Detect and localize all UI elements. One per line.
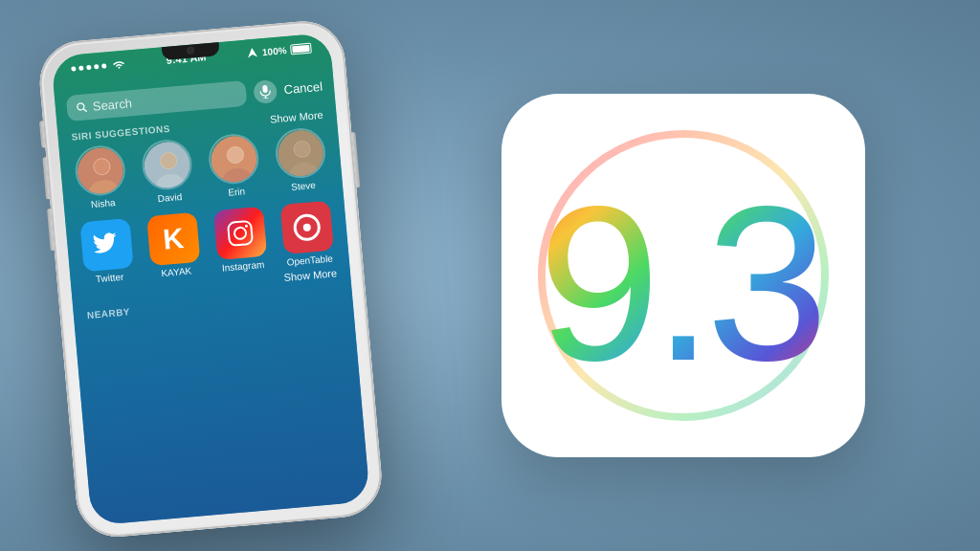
battery-fill — [292, 44, 310, 53]
svg-line-4 — [84, 109, 87, 112]
wifi-icon — [112, 59, 126, 70]
signal-dot-2 — [78, 65, 83, 70]
status-battery: 100% — [247, 42, 312, 59]
search-placeholder: Search — [92, 96, 132, 114]
app-twitter[interactable]: Twitter — [79, 218, 135, 285]
app-instagram[interactable]: Instagram — [213, 207, 269, 274]
nearby-label: NEARBY — [86, 306, 130, 320]
battery-percent: 100% — [261, 44, 286, 56]
instagram-label: Instagram — [221, 259, 264, 274]
twitter-icon — [79, 218, 133, 272]
contact-nisha[interactable]: Nisha — [74, 143, 129, 210]
volume-up-button — [42, 157, 50, 199]
svg-marker-2 — [248, 48, 258, 58]
svg-point-25 — [234, 227, 247, 239]
erin-avatar-img — [209, 134, 260, 187]
mute-button — [39, 121, 45, 147]
mic-icon — [258, 84, 271, 99]
mic-button[interactable] — [253, 79, 278, 104]
version-svg: 9.3 — [521, 122, 846, 429]
contact-erin[interactable]: Erin — [207, 132, 262, 199]
power-button — [351, 132, 360, 187]
signal-dot-5 — [101, 63, 106, 68]
scene: 9.3 — [0, 0, 980, 551]
contact-erin-name: Erin — [228, 186, 246, 198]
opentable-label: OpenTable — [286, 253, 333, 268]
svg-rect-5 — [262, 84, 268, 92]
signal-dot-3 — [86, 64, 91, 69]
ios-badge: 9.3 — [501, 94, 865, 457]
app-opentable[interactable]: OpenTable — [280, 201, 336, 268]
contact-steve[interactable]: Steve — [274, 126, 329, 193]
kayak-label: KAYAK — [161, 265, 192, 278]
location-icon — [247, 47, 259, 59]
contact-david-name: David — [157, 191, 182, 204]
volume-down-button — [47, 209, 55, 251]
steve-avatar-img — [276, 128, 327, 181]
kayak-k-letter: K — [162, 222, 186, 256]
screen-content: 9:41 AM 100% — [51, 33, 370, 526]
instagram-icon — [213, 207, 267, 260]
avatar-nisha — [74, 143, 127, 197]
contact-nisha-name: Nisha — [91, 197, 116, 209]
opentable-icon — [280, 201, 334, 254]
status-signal — [71, 59, 126, 74]
contact-steve-name: Steve — [291, 180, 316, 192]
contact-david[interactable]: David — [140, 138, 195, 205]
signal-dot-4 — [94, 64, 99, 69]
svg-rect-24 — [228, 221, 253, 246]
avatar-david — [140, 138, 193, 191]
twitter-label: Twitter — [95, 272, 123, 285]
cancel-button[interactable]: Cancel — [283, 79, 323, 97]
opentable-dot — [302, 223, 311, 231]
show-more-top[interactable]: Show More — [270, 109, 323, 125]
signal-dot-1 — [71, 66, 76, 71]
opentable-ring — [293, 213, 322, 242]
avatar-erin — [207, 132, 260, 186]
app-kayak[interactable]: K KAYAK — [146, 212, 202, 279]
nisha-avatar-img — [76, 145, 127, 198]
kayak-icon: K — [146, 212, 200, 266]
twitter-bird-icon — [91, 231, 122, 259]
search-icon — [76, 101, 87, 113]
david-avatar-img — [142, 140, 193, 192]
battery-icon — [290, 42, 312, 55]
svg-point-26 — [245, 225, 248, 228]
avatar-steve — [274, 126, 327, 180]
instagram-camera-icon — [226, 219, 255, 248]
svg-text:9.3: 9.3 — [538, 161, 821, 407]
iphone-mockup: 9:41 AM 100% — [36, 18, 385, 540]
camera-dot — [187, 46, 195, 55]
iphone-screen: 9:41 AM 100% — [51, 33, 370, 526]
